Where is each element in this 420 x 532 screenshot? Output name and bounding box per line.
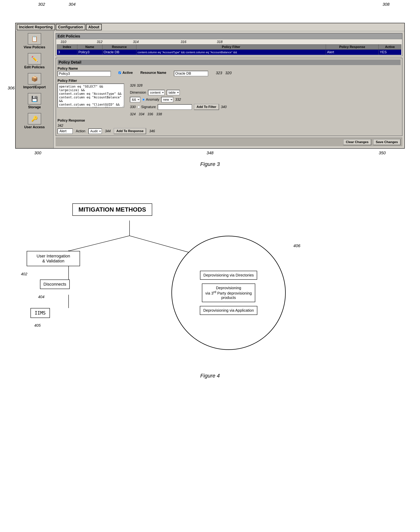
cell-active: YES (378, 50, 401, 55)
sidebar-label-import-export: Import/Export (23, 85, 46, 89)
dimension-type-select[interactable]: table (167, 90, 180, 95)
ref-320: 320 (225, 71, 231, 75)
ref-336: 336 (148, 112, 153, 116)
edit-policies-title: Edit Policies (56, 33, 402, 39)
col-resource: Resource (102, 44, 136, 50)
figure4-caption: Figure 4 (15, 369, 405, 386)
col-active: Active (378, 44, 401, 50)
policy-name-label: Policy Name (58, 67, 111, 70)
sidebar-item-edit-policies[interactable]: ✏️ Edit Policies (17, 53, 51, 69)
menu-incident-reporting[interactable]: Incident Reporting (17, 24, 55, 30)
sidebar-item-view-policies[interactable]: 📋 View Policies (17, 33, 51, 49)
ref-338: 338 (156, 112, 162, 116)
resource-label: Resource Name (140, 71, 166, 75)
ref-350b: 350 (379, 151, 386, 155)
ref-406: 406 (293, 243, 300, 248)
resource-input[interactable] (174, 71, 208, 76)
filter-controls: 326 328 Dimension content table (130, 84, 401, 116)
anomaly-radio-group: Anomaly (142, 98, 159, 102)
menu-configuration[interactable]: Configuration (56, 24, 85, 30)
main-content: Edit Policies 310 312 314 316 318 (54, 31, 404, 148)
menu-bar: Incident Reporting Configuration About (16, 23, 404, 31)
table-row[interactable]: 3 Policy3 Oracle DB content.column eq "A… (57, 50, 401, 55)
policy-response-section: Policy Response 342 Alert Action Audit (58, 119, 401, 134)
col-response: Policy Response (326, 44, 379, 50)
response-row: Alert Action Audit 344 Add Te Response 3… (58, 128, 401, 134)
svg-line-1 (69, 236, 130, 251)
view-policies-icon: 📋 (28, 33, 41, 44)
import-export-icon: 📦 (28, 73, 41, 84)
ref-404: 404 (38, 295, 44, 299)
policy-filter-label: Policy Filter (58, 79, 401, 83)
add-to-filter-button[interactable]: Add To Filter (194, 104, 219, 110)
ref-402: 402 (21, 272, 27, 276)
action-label: Action (76, 129, 85, 133)
ref-310: 310 (60, 40, 66, 44)
add-to-response-button[interactable]: Add Te Response (114, 128, 146, 134)
clear-changes-button[interactable]: Clear Changes (343, 139, 371, 145)
ref-405: 405 (34, 323, 41, 328)
signature-row: 330 Signature Add To Filter 340 (130, 104, 401, 110)
anomaly-value-select[interactable]: new (161, 97, 173, 102)
disconnects-node: Disconnects (40, 280, 70, 289)
policy-detail-title: Policy Detail (58, 59, 401, 65)
sidebar-label-user-access: User Access (24, 125, 45, 129)
save-changes-button[interactable]: Save Changes (373, 139, 401, 145)
ref-300: 300 (34, 151, 41, 155)
signature-input[interactable] (158, 104, 192, 110)
active-checkbox[interactable] (119, 71, 121, 74)
signature-label: Signature (141, 105, 156, 109)
col-name: Name (77, 44, 102, 50)
ref-312: 312 (97, 40, 103, 44)
sidebar-label-edit-policies: Edit Policies (24, 65, 45, 69)
menu-about[interactable]: About (86, 24, 102, 30)
col-index: Index (57, 44, 77, 50)
sidebar-item-user-access[interactable]: 🔑 User Access (17, 113, 51, 129)
ref-332: 332 (175, 98, 181, 102)
deprov-application: Deprovisioning via Application (200, 306, 257, 315)
cell-filter: content.column eq "AccountType" && conte… (136, 50, 326, 55)
diagram-container: MITIGATION METHODS User Interrogation& V… (15, 198, 405, 369)
anomaly-row: && || Anomaly new (130, 97, 401, 102)
ref-328: 328 (137, 84, 142, 87)
edit-policies-icon: ✏️ (28, 53, 41, 65)
policy-detail-panel: Policy Detail Policy Name Active Resourc (56, 58, 403, 136)
ref-308: 308 (382, 2, 390, 7)
ref-323: 323 (216, 71, 222, 75)
sidebar-label-view-policies: View Policies (24, 45, 45, 49)
filter-content: operation eq "SELECT" && large(size) && … (58, 84, 401, 116)
user-interrogation-node: User Interrogation& Validation (27, 251, 80, 266)
ref-318: 318 (217, 40, 223, 44)
figure4-area: MITIGATION METHODS User Interrogation& V… (0, 190, 420, 402)
sidebar-item-storage[interactable]: 💾 Storage (17, 93, 51, 109)
filter-textarea[interactable]: operation eq "SELECT" && large(size) && … (58, 84, 124, 108)
active-label: Active (122, 71, 133, 75)
app-window: Incident Reporting Configuration About 📋… (15, 23, 405, 149)
deprov-directories: Deprovisioning via Directories (200, 271, 257, 280)
dimension-select[interactable]: content (148, 90, 165, 95)
app-body: 📋 View Policies ✏️ Edit Policies 📦 Impor… (16, 31, 404, 148)
ref-344: 344 (105, 129, 111, 133)
policy-response-label: Policy Response (58, 119, 401, 123)
ref-304: 304 (69, 2, 76, 7)
anomaly-radio[interactable] (142, 98, 145, 101)
ref-334: 334 (139, 112, 144, 116)
col-filter: Policy Filter (136, 44, 326, 50)
and-or-select[interactable]: && || (130, 97, 140, 102)
ref-324: 324 (130, 112, 136, 116)
sidebar-label-storage: Storage (28, 105, 41, 109)
signature-radio[interactable] (137, 106, 140, 108)
iims-label: IIMS (35, 310, 46, 316)
user-access-icon: 🔑 (28, 113, 41, 125)
dimension-label: Dimension (130, 91, 146, 95)
ref-314: 314 (133, 40, 139, 44)
action-select[interactable]: Audit (88, 128, 102, 134)
cell-index: 3 (57, 50, 77, 55)
figure3-caption: Figure 3 (15, 157, 405, 175)
mitigation-methods-node: MITIGATION METHODS (72, 203, 152, 216)
policy-name-input[interactable] (58, 71, 111, 76)
ref-340: 340 (221, 105, 227, 109)
ref-306: 306 (8, 86, 15, 91)
bottom-bar: Clear Changes Save Changes (56, 138, 403, 146)
sidebar-item-import-export[interactable]: 📦 Import/Export (17, 73, 51, 89)
